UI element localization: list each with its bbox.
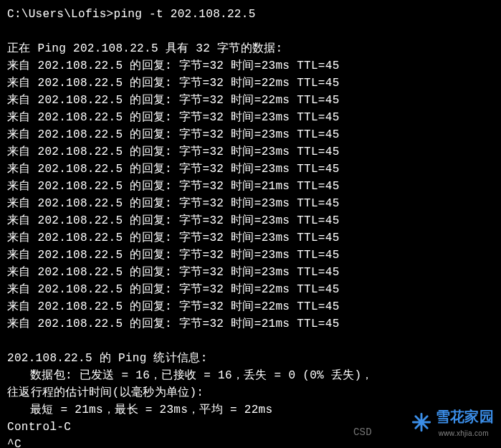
ping-reply-line: 来自 202.108.22.5 的回复: 字节=32 时间=23ms TTL=4… xyxy=(7,143,494,161)
stats-rtt-title: 往返行程的估计时间(以毫秒为单位): xyxy=(7,384,494,401)
ping-replies: 来自 202.108.22.5 的回复: 字节=32 时间=23ms TTL=4… xyxy=(7,57,494,333)
svg-point-0 xyxy=(419,421,423,424)
command-prompt-line: C:\Users\Lofis>ping -t 202.108.22.5 xyxy=(7,6,494,23)
stats-title: 202.108.22.5 的 Ping 统计信息: xyxy=(7,350,494,367)
ping-reply-line: 来自 202.108.22.5 的回复: 字节=32 时间=23ms TTL=4… xyxy=(7,229,494,247)
ping-reply-line: 来自 202.108.22.5 的回复: 字节=32 时间=22ms TTL=4… xyxy=(7,298,494,315)
ping-reply-line: 来自 202.108.22.5 的回复: 字节=32 时间=23ms TTL=4… xyxy=(7,126,494,143)
watermark-main-text: 雪花家园 xyxy=(436,408,494,425)
ping-reply-line: 来自 202.108.22.5 的回复: 字节=32 时间=22ms TTL=4… xyxy=(7,75,494,92)
ping-reply-line: 来自 202.108.22.5 的回复: 字节=32 时间=23ms TTL=4… xyxy=(7,247,494,264)
snowflake-icon xyxy=(411,412,431,438)
ping-reply-line: 来自 202.108.22.5 的回复: 字节=32 时间=23ms TTL=4… xyxy=(7,161,494,178)
ping-reply-line: 来自 202.108.22.5 的回复: 字节=32 时间=21ms TTL=4… xyxy=(7,178,494,195)
ping-reply-line: 来自 202.108.22.5 的回复: 字节=32 时间=22ms TTL=4… xyxy=(7,281,494,298)
ping-reply-line: 来自 202.108.22.5 的回复: 字节=32 时间=23ms TTL=4… xyxy=(7,195,494,212)
ping-reply-line: 来自 202.108.22.5 的回复: 字节=32 时间=23ms TTL=4… xyxy=(7,212,494,229)
watermark: 雪花家园 www.xhjia.com xyxy=(411,408,494,442)
ping-header: 正在 Ping 202.108.22.5 具有 32 字节的数据: xyxy=(7,40,494,57)
ping-reply-line: 来自 202.108.22.5 的回复: 字节=32 时间=22ms TTL=4… xyxy=(7,92,494,109)
csdn-watermark: CSD xyxy=(353,424,372,441)
stats-packets: 数据包: 已发送 = 16，已接收 = 16，丢失 = 0 (0% 丢失)， xyxy=(7,367,494,384)
ping-reply-line: 来自 202.108.22.5 的回复: 字节=32 时间=21ms TTL=4… xyxy=(7,315,494,333)
ping-reply-line: 来自 202.108.22.5 的回复: 字节=32 时间=23ms TTL=4… xyxy=(7,264,494,281)
ping-reply-line: 来自 202.108.22.5 的回复: 字节=32 时间=23ms TTL=4… xyxy=(7,57,494,75)
watermark-sub-text: www.xhjia.com xyxy=(439,425,494,442)
ping-reply-line: 来自 202.108.22.5 的回复: 字节=32 时间=23ms TTL=4… xyxy=(7,109,494,126)
